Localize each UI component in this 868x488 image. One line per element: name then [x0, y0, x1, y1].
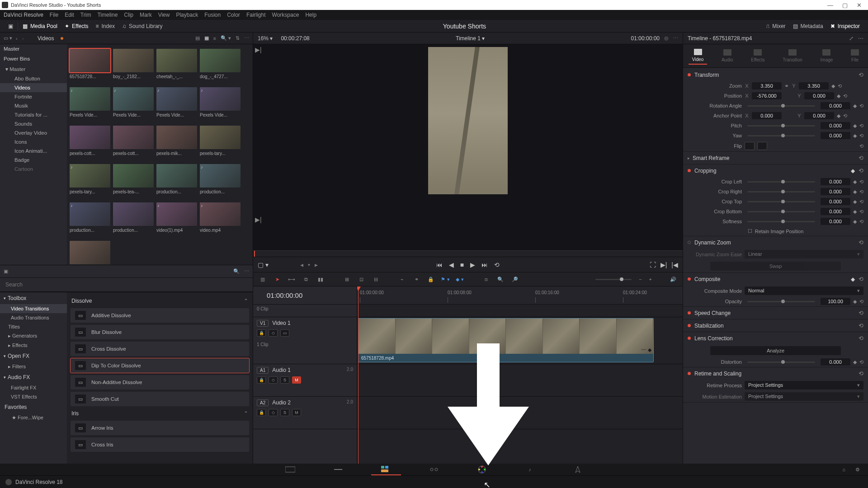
mixer-toggle[interactable]: ⎍Mixer [763, 22, 789, 31]
rotation-slider[interactable] [747, 105, 815, 107]
rotation-input[interactable]: 0.000 [821, 102, 850, 109]
jump-next-icon[interactable]: ▶| [255, 216, 262, 223]
zoom-custom-icon[interactable]: 🔎 [510, 274, 520, 284]
bin-item[interactable]: Abo Button [0, 74, 67, 83]
media-clip[interactable]: cheetah_-_... [156, 49, 197, 79]
yaw-slider[interactable] [747, 135, 815, 136]
composite-mode-dropdown[interactable]: Normal▾ [745, 286, 863, 295]
timeline-name[interactable]: Timeline 1 ▾ [310, 35, 631, 42]
fx-item[interactable]: ▭Blur Dissolve [71, 325, 249, 339]
menu-item[interactable]: DaVinci Resolve [4, 12, 43, 18]
overwrite-icon[interactable]: ⊡ [356, 274, 366, 284]
bin-master[interactable]: Master [0, 44, 67, 53]
empty-video-track-header[interactable]: 0 Clip [253, 305, 357, 317]
page-fusion-icon[interactable] [428, 465, 440, 474]
section-dynamic-zoom[interactable]: Dynamic Zoom⟲ [683, 236, 868, 249]
goto-start-icon[interactable]: ⏮ [436, 261, 443, 268]
fx-item[interactable]: ▭Dip To Color Dissolve [71, 358, 249, 373]
bin-item[interactable]: Badge [0, 155, 67, 164]
marker-next-icon[interactable]: ▸ [315, 261, 318, 268]
viewer-zoom[interactable]: 16% ▾ [258, 35, 273, 42]
bin-item[interactable]: Cartoon [0, 164, 67, 174]
loop-icon[interactable]: ⟲ [494, 261, 500, 268]
menu-item[interactable]: Fairlight [246, 12, 266, 18]
fx-item[interactable]: ▭Non-Additive Dissolve [71, 375, 249, 389]
flag-icon[interactable]: ⚑ ▾ [440, 274, 450, 284]
bypass-icon[interactable]: ◎ [664, 35, 669, 41]
menu-item[interactable]: Mark [140, 12, 152, 18]
fx-search-input[interactable] [4, 280, 249, 290]
view-strip-icon[interactable]: ≡ [213, 36, 216, 41]
media-clip[interactable]: ♪video(1).mp4 [156, 202, 197, 233]
view-thumb-icon[interactable]: ▦ [204, 35, 209, 41]
metadata-toggle[interactable]: ▤Metadata [789, 22, 827, 31]
track-mute-button[interactable]: M [292, 409, 301, 416]
section-speed[interactable]: Speed Change⟲ [683, 307, 868, 319]
section-composite[interactable]: Composite◆⟲ [683, 273, 868, 285]
view-list-icon[interactable]: ▤ [195, 35, 200, 41]
fx-tree-item[interactable]: Video Transitions [0, 304, 67, 313]
v1-track-header[interactable]: V1Video 1 🔒 ◇ ▭ 1 Clip [253, 317, 357, 364]
fx-tree-item[interactable]: ▸ Generators [0, 331, 67, 341]
search-icon[interactable]: 🔍 [233, 268, 240, 274]
audiofx-header[interactable]: ▾Audio FX [0, 371, 67, 383]
capture-icon[interactable]: ▣ [4, 268, 8, 274]
fx-item[interactable]: ▭Cross Dissolve [71, 342, 249, 356]
media-clip[interactable]: pexels-mik... [156, 126, 197, 156]
settings-icon[interactable]: ⚙ [855, 467, 860, 473]
timeline-ruler[interactable]: 01:00:00:00 01:00:08:00 01:00:16:00 01:0… [357, 286, 683, 305]
maximize-button[interactable]: ▢ [842, 2, 848, 9]
viewer-scrubber[interactable] [253, 250, 683, 257]
options-icon[interactable]: ⋯ [244, 268, 249, 274]
fx-tree-item[interactable]: Audio Transitions [0, 313, 67, 322]
audio-toggle-icon[interactable]: 🔊 [668, 274, 678, 284]
sound-library-toggle[interactable]: ♫Sound Library [118, 22, 166, 31]
fx-tree-item[interactable]: Titles [0, 322, 67, 331]
marker-icon[interactable]: ◆ ▾ [455, 274, 465, 284]
track-auto-icon[interactable]: ◇ [269, 329, 278, 337]
media-clip[interactable]: ♪Pexels Vide... [70, 87, 110, 117]
menu-item[interactable]: Playback [176, 12, 198, 18]
timeline-timecode[interactable]: 01:00:00:00 [267, 291, 302, 299]
viewer-canvas[interactable] [253, 44, 683, 250]
match-frame-icon[interactable]: ◂ [300, 261, 303, 268]
insert-icon[interactable]: ⊞ [342, 274, 352, 284]
zoom-slider[interactable] [595, 279, 632, 280]
fx-tree-item[interactable]: ▸ Effects [0, 341, 67, 350]
media-clip[interactable]: ♪Pexels Vide... [156, 87, 197, 117]
bin-item[interactable]: Icons [0, 137, 67, 146]
track-solo-button[interactable]: S [280, 376, 289, 384]
link-icon[interactable]: ⚭ [784, 83, 789, 89]
goto-end-icon[interactable]: ⏭ [481, 261, 488, 268]
fx-group-header[interactable]: Dissolve⌃ [71, 296, 249, 306]
fx-tree-item[interactable]: Fairlight FX [0, 383, 67, 392]
pos-x-input[interactable]: -576.000 [752, 92, 782, 99]
page-deliver-icon[interactable] [572, 465, 584, 474]
media-clip[interactable]: 657518728... [70, 49, 110, 79]
a2-track-header[interactable]: A2Audio 2 2.0 🔒 ◇ S M [253, 397, 357, 429]
retime-process-dropdown[interactable]: Project Settings▾ [745, 381, 863, 389]
overlay-toggle-icon[interactable]: ▢ ▾ [258, 261, 269, 268]
pitch-slider[interactable] [747, 125, 815, 127]
prev-edit-icon[interactable]: |◀ [671, 261, 678, 268]
menu-item[interactable]: Help [305, 12, 316, 18]
track-lock-icon[interactable]: 🔒 [257, 329, 266, 337]
tab-file[interactable]: File [847, 47, 863, 64]
layout-button[interactable]: ▣ [5, 22, 17, 31]
media-clip[interactable]: pexels-cott... [113, 126, 154, 156]
viewer-options-icon[interactable]: ⋯ [673, 35, 678, 41]
home-icon[interactable]: ⌂ [842, 467, 845, 472]
media-clip[interactable]: production... [113, 202, 154, 233]
anchor-x-input[interactable]: 0.000 [752, 112, 782, 119]
media-clip[interactable]: dog_-_4727... [200, 49, 241, 79]
nav-fwd-icon[interactable]: › [22, 36, 28, 41]
track-mute-button[interactable]: M [292, 376, 301, 384]
fullscreen-icon[interactable]: ⛶ [650, 261, 656, 268]
reset-icon[interactable]: ⟲ [838, 83, 842, 89]
fx-item[interactable]: ▭Additive Dissolve [71, 308, 249, 323]
menu-item[interactable]: Workspace [272, 12, 299, 18]
page-media-icon[interactable] [284, 465, 296, 474]
track-auto-icon[interactable]: ◇ [269, 376, 278, 384]
close-button[interactable]: ✕ [857, 2, 862, 9]
pb-master[interactable]: ▾ Master [0, 64, 67, 74]
